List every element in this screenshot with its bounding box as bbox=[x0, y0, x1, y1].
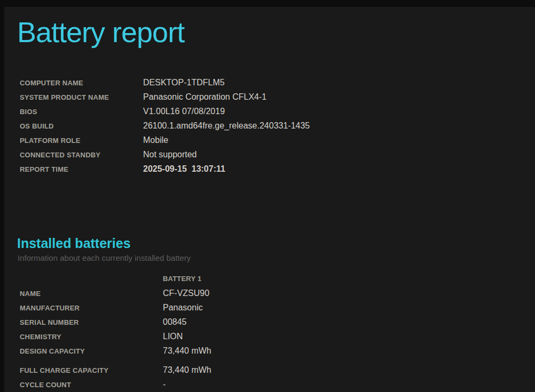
battery-value: Panasonic bbox=[163, 300, 203, 315]
battery-label: NAME bbox=[20, 286, 163, 301]
table-row: SYSTEM PRODUCT NAME Panasonic Corporatio… bbox=[20, 90, 310, 104]
info-value: V1.00L16 07/08/2019 bbox=[143, 104, 225, 118]
battery-report-page: Battery report COMPUTER NAME DESKTOP-1TD… bbox=[4, 7, 535, 392]
table-row: FULL CHARGE CAPACITY 73,440 mWh bbox=[20, 363, 211, 377]
battery-label: FULL CHARGE CAPACITY bbox=[20, 363, 163, 378]
battery-info-table: BATTERY 1 NAME CF-VZSU90 MANUFACTURER Pa… bbox=[20, 271, 211, 391]
table-row: MANUFACTURER Panasonic bbox=[20, 300, 211, 315]
info-label: REPORT TIME bbox=[20, 162, 143, 177]
table-row: DESIGN CAPACITY 73,440 mWh bbox=[20, 343, 211, 358]
info-value: Panasonic Corporation CFLX4-1 bbox=[143, 90, 266, 104]
battery-label: SERIAL NUMBER bbox=[20, 315, 163, 330]
info-label: PLATFORM ROLE bbox=[20, 133, 143, 148]
installed-batteries-subtitle: Information about each currently install… bbox=[18, 253, 191, 263]
table-row: REPORT TIME 2025-09-15 13:07:11 bbox=[20, 162, 310, 176]
battery-value: CF-VZSU90 bbox=[163, 286, 209, 300]
battery-value: 73,440 mWh bbox=[163, 363, 211, 377]
battery-value: 00845 bbox=[163, 315, 187, 329]
info-label: COMPUTER NAME bbox=[20, 76, 143, 90]
battery-label: CYCLE COUNT bbox=[20, 378, 163, 392]
table-row: PLATFORM ROLE Mobile bbox=[20, 133, 310, 147]
info-value: Not supported bbox=[143, 147, 197, 162]
battery-value: - bbox=[163, 377, 166, 391]
battery-label: DESIGN CAPACITY bbox=[20, 344, 163, 358]
report-time-value: 2025-09-15 13:07:11 bbox=[143, 162, 225, 176]
installed-batteries-heading: Installed batteries bbox=[17, 235, 131, 251]
info-value: Mobile bbox=[143, 133, 168, 147]
table-row: OS BUILD 26100.1.amd64fre.ge_release.240… bbox=[20, 118, 310, 133]
info-label: CONNECTED STANDBY bbox=[20, 148, 143, 162]
info-value: 26100.1.amd64fre.ge_release.240331-1435 bbox=[143, 118, 310, 133]
battery-label: CHEMISTRY bbox=[20, 330, 163, 344]
table-row: NAME CF-VZSU90 bbox=[20, 286, 211, 300]
system-info-table: COMPUTER NAME DESKTOP-1TDFLM5 SYSTEM PRO… bbox=[20, 75, 310, 176]
table-row: BIOS V1.00L16 07/08/2019 bbox=[20, 104, 310, 118]
table-row: COMPUTER NAME DESKTOP-1TDFLM5 bbox=[20, 75, 310, 90]
page-title: Battery report bbox=[17, 15, 184, 49]
battery-value: 73,440 mWh bbox=[163, 343, 211, 358]
table-row: CHEMISTRY LION bbox=[20, 329, 211, 343]
info-label: OS BUILD bbox=[20, 119, 143, 133]
table-row: CYCLE COUNT - bbox=[20, 377, 211, 391]
battery-label: MANUFACTURER bbox=[20, 301, 163, 315]
battery-value: LION bbox=[163, 329, 183, 343]
table-row: CONNECTED STANDBY Not supported bbox=[20, 147, 310, 162]
info-value: DESKTOP-1TDFLM5 bbox=[143, 75, 225, 90]
info-label: BIOS bbox=[20, 105, 143, 119]
table-row: SERIAL NUMBER 00845 bbox=[20, 315, 211, 329]
info-label: SYSTEM PRODUCT NAME bbox=[20, 90, 143, 105]
battery-column-header: BATTERY 1 bbox=[20, 271, 211, 286]
